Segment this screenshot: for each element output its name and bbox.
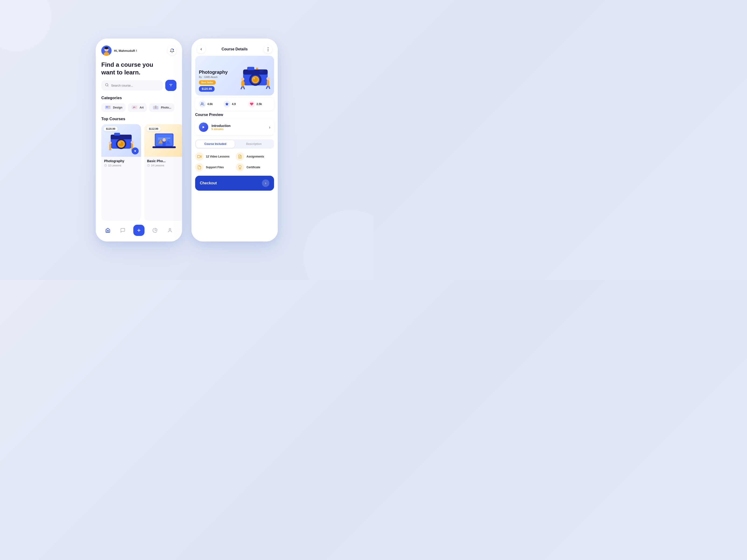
- svg-point-5: [105, 83, 108, 86]
- design-label: Design: [113, 106, 122, 109]
- avatar-greeting: Hi, MahmuduR !: [101, 46, 137, 56]
- category-art[interactable]: Art: [128, 103, 147, 112]
- checkout-label: Checkout: [200, 181, 217, 185]
- preview-name: Introduction: [211, 124, 266, 128]
- svg-line-70: [266, 86, 267, 88]
- svg-marker-74: [203, 126, 205, 129]
- nav-add[interactable]: [133, 225, 145, 236]
- search-input[interactable]: [111, 84, 159, 87]
- svg-point-57: [253, 78, 255, 79]
- stat-val-rating: 4.9: [232, 102, 236, 106]
- preview-item[interactable]: Introduction 5 minutes ›: [195, 119, 274, 135]
- svg-point-79: [239, 165, 241, 168]
- video-lessons-icon: [195, 152, 204, 161]
- certificate-label: Certificate: [247, 166, 260, 169]
- course-card-basic-photo[interactable]: $112.99: [144, 124, 182, 221]
- nav-profile[interactable]: [165, 226, 174, 235]
- top-courses-grid: $120.99: [96, 124, 182, 221]
- checkout-button[interactable]: Checkout ›: [195, 176, 274, 191]
- photo-icon: [152, 105, 159, 110]
- svg-rect-58: [260, 71, 264, 71]
- best-seller-badge: Best Seller: [199, 80, 216, 85]
- design-icon: [105, 105, 111, 110]
- course-card-info-photography: Photography 12 Lessons: [101, 157, 141, 170]
- categories-title: Categories: [96, 96, 182, 103]
- art-label: Art: [139, 106, 144, 109]
- svg-rect-38: [152, 146, 176, 148]
- stats-row: 4.6k 4.9 2.5k: [195, 98, 274, 110]
- svg-point-3: [104, 47, 108, 49]
- nav-home[interactable]: [103, 226, 112, 235]
- tab-description[interactable]: Description: [235, 140, 273, 148]
- course-title-basic: Basic Pho...: [147, 159, 181, 163]
- price-badge-basic: $112.99: [147, 127, 161, 131]
- included-support: Support Files: [195, 163, 233, 171]
- svg-marker-73: [226, 102, 229, 105]
- included-assignments: Assignments: [236, 152, 274, 161]
- svg-point-20: [155, 107, 156, 108]
- categories-row: Design Art: [96, 103, 182, 117]
- svg-rect-63: [241, 82, 242, 85]
- preview-info: Introduction 5 minutes: [211, 124, 266, 130]
- svg-rect-51: [247, 67, 254, 70]
- svg-point-27: [119, 142, 121, 143]
- svg-point-42: [162, 138, 166, 142]
- stat-students: 4.6k: [199, 101, 221, 108]
- svg-marker-75: [200, 156, 201, 158]
- search-icon: [105, 83, 109, 88]
- bell-button[interactable]: [168, 46, 177, 55]
- photo-label: Photo...: [161, 106, 171, 109]
- preview-duration: 5 minutes: [211, 128, 266, 130]
- back-button[interactable]: [197, 45, 205, 53]
- course-card-img-basic: $112.99: [144, 124, 182, 157]
- checkout-arrow-icon: ›: [262, 180, 269, 187]
- category-design[interactable]: Design: [101, 103, 126, 112]
- svg-rect-52: [256, 68, 258, 69]
- svg-point-62: [241, 77, 244, 81]
- course-title-photography: Photography: [104, 159, 138, 163]
- course-card-photography[interactable]: $120.99: [101, 124, 141, 221]
- art-icon: [131, 105, 138, 110]
- lessons-photography: 12 Lessons: [108, 164, 121, 167]
- video-lessons-label: 12 Video Lessons: [206, 155, 229, 158]
- category-photo[interactable]: Photo...: [149, 103, 174, 112]
- more-button[interactable]: ⋮: [264, 45, 272, 53]
- svg-line-6: [108, 86, 108, 86]
- course-hero: Photography By : GMB Akash Best Seller $…: [195, 56, 274, 96]
- svg-rect-12: [108, 106, 110, 107]
- students-icon: [199, 101, 206, 108]
- support-files-icon: [195, 163, 204, 171]
- star-icon: [224, 101, 230, 108]
- play-button[interactable]: [199, 123, 208, 132]
- avatar: [101, 46, 111, 56]
- tab-row: Course Included Description: [195, 139, 274, 149]
- svg-rect-64: [243, 82, 244, 85]
- hero-text: Find a course you want to learn.: [96, 59, 182, 80]
- svg-rect-13: [108, 107, 109, 108]
- assignments-label: Assignments: [247, 155, 264, 158]
- right-phone: Course Details ⋮: [191, 38, 278, 241]
- stat-rating: 4.9: [224, 101, 246, 108]
- svg-point-31: [109, 141, 111, 144]
- stat-val-students: 4.6k: [207, 102, 213, 106]
- stat-likes: 2.5k: [248, 101, 270, 108]
- hero-line2: want to learn.: [101, 69, 140, 76]
- greeting-text: Hi, MahmuduR !: [114, 49, 137, 53]
- svg-point-48: [169, 229, 171, 230]
- course-preview-section: Course Preview Introduction 5 minutes ›: [191, 113, 278, 137]
- included-video: 12 Video Lessons: [195, 152, 233, 161]
- svg-point-72: [201, 103, 202, 104]
- tab-course-included[interactable]: Course Included: [196, 140, 235, 148]
- heart-icon: [248, 101, 255, 108]
- price-tag: $120.99: [199, 86, 214, 92]
- heart-button-photography[interactable]: ♥: [132, 148, 139, 155]
- course-meta-basic: 14 Lessons: [147, 164, 181, 167]
- svg-point-69: [266, 77, 269, 80]
- nav-analytics[interactable]: [151, 226, 159, 235]
- svg-rect-28: [114, 133, 120, 136]
- filter-button[interactable]: [165, 80, 177, 91]
- nav-messages[interactable]: [118, 226, 127, 235]
- course-meta-photography: 12 Lessons: [104, 164, 138, 167]
- course-card-info-basic: Basic Pho... 14 Lessons: [144, 157, 182, 170]
- search-bar[interactable]: [101, 80, 163, 90]
